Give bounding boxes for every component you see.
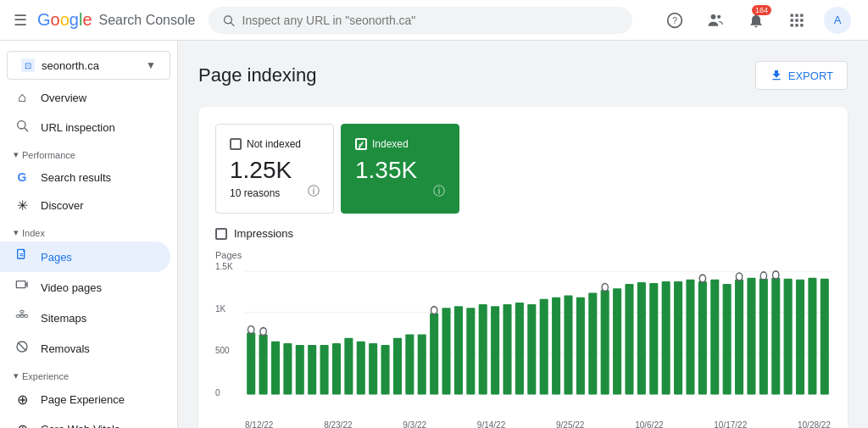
sidebar-item-core-web-vitals[interactable]: ⊕ Core Web Vitals bbox=[0, 414, 170, 428]
svg-rect-55 bbox=[503, 304, 511, 394]
svg-line-16 bbox=[25, 128, 28, 131]
svg-rect-81 bbox=[821, 279, 829, 395]
indexed-label: ✓ Indexed bbox=[355, 138, 445, 150]
sidebar-item-label: Discover bbox=[41, 199, 84, 212]
section-label: Index bbox=[22, 228, 45, 238]
svg-rect-64 bbox=[613, 288, 621, 394]
help-icon: ? bbox=[666, 12, 683, 29]
chart-svg bbox=[245, 262, 831, 414]
notifications-button[interactable]: 164 bbox=[739, 3, 773, 37]
page-title: Page indexing bbox=[198, 64, 316, 86]
chart-y-label: Pages bbox=[215, 250, 831, 260]
search-icon bbox=[222, 14, 235, 27]
svg-rect-45 bbox=[381, 345, 390, 394]
svg-rect-66 bbox=[637, 282, 646, 394]
sidebar-item-pages[interactable]: Pages bbox=[0, 242, 170, 272]
property-selector[interactable]: ⊡ seonorth.ca ▼ bbox=[7, 51, 170, 80]
sidebar-item-video-pages[interactable]: Video pages bbox=[0, 272, 170, 303]
svg-rect-52 bbox=[466, 308, 475, 394]
svg-rect-53 bbox=[479, 304, 487, 394]
discover-icon: ✳ bbox=[14, 197, 31, 214]
x-label-0: 8/12/22 bbox=[245, 420, 273, 428]
not-indexed-card[interactable]: Not indexed 1.25K 10 reasons ⓘ bbox=[215, 124, 334, 214]
layout: ⊡ seonorth.ca ▼ ⌂ Overview URL inspectio… bbox=[0, 0, 868, 428]
page-header: Page indexing EXPORT bbox=[198, 61, 848, 90]
google-logo: Google bbox=[37, 10, 92, 30]
svg-rect-70 bbox=[686, 280, 694, 395]
indexed-value: 1.35K bbox=[355, 157, 445, 184]
svg-rect-42 bbox=[344, 338, 353, 395]
svg-rect-7 bbox=[795, 14, 798, 16]
y-label-1k: 1K bbox=[215, 304, 245, 314]
sidebar-item-overview[interactable]: ⌂ Overview bbox=[0, 83, 170, 112]
index-section[interactable]: ▾ Index bbox=[0, 220, 177, 242]
sidebar-item-discover[interactable]: ✳ Discover bbox=[0, 191, 170, 220]
svg-rect-43 bbox=[357, 342, 365, 395]
property-icon: ⊡ bbox=[21, 58, 35, 72]
x-label-6: 10/17/22 bbox=[714, 420, 747, 428]
svg-rect-39 bbox=[308, 345, 316, 394]
account-button[interactable]: A bbox=[821, 3, 854, 37]
page-experience-icon: ⊕ bbox=[14, 392, 31, 408]
sidebar-item-search-results[interactable]: G Search results bbox=[0, 164, 170, 191]
x-label-5: 10/6/22 bbox=[635, 420, 663, 428]
svg-rect-9 bbox=[791, 19, 793, 21]
indexed-card[interactable]: ✓ Indexed 1.35K ⓘ bbox=[341, 124, 459, 214]
sidebar-item-page-experience[interactable]: ⊕ Page Experience bbox=[0, 385, 170, 414]
notifications-badge: 164 bbox=[752, 5, 771, 15]
section-label: Performance bbox=[22, 150, 75, 160]
apps-button[interactable] bbox=[780, 3, 814, 37]
sidebar-item-label: Overview bbox=[41, 92, 86, 104]
svg-point-4 bbox=[711, 14, 716, 19]
header-actions: ? 164 A bbox=[658, 3, 854, 37]
svg-rect-67 bbox=[649, 283, 658, 394]
svg-rect-38 bbox=[296, 345, 304, 394]
svg-text:?: ? bbox=[672, 15, 677, 25]
chevron-icon: ▾ bbox=[14, 370, 19, 381]
property-name: seonorth.ca bbox=[42, 59, 99, 72]
svg-rect-74 bbox=[735, 280, 743, 395]
x-label-3: 9/14/22 bbox=[477, 420, 505, 428]
sidebar-item-sitemaps[interactable]: Sitemaps bbox=[0, 303, 170, 333]
not-indexed-info-icon[interactable]: ⓘ bbox=[308, 184, 320, 199]
svg-rect-62 bbox=[588, 292, 597, 394]
sidebar-item-url-inspection[interactable]: URL inspection bbox=[0, 112, 170, 142]
performance-section[interactable]: ▾ Performance bbox=[0, 142, 177, 164]
not-indexed-checkbox bbox=[230, 138, 242, 150]
sidebar: ⊡ seonorth.ca ▼ ⌂ Overview URL inspectio… bbox=[0, 41, 178, 428]
svg-rect-36 bbox=[271, 342, 280, 395]
svg-rect-77 bbox=[771, 278, 780, 395]
export-button[interactable]: EXPORT bbox=[755, 61, 848, 90]
impressions-row[interactable]: Impressions bbox=[215, 227, 831, 240]
indexed-info-icon[interactable]: ⓘ bbox=[433, 184, 445, 199]
impressions-checkbox[interactable] bbox=[215, 228, 227, 240]
svg-rect-75 bbox=[747, 278, 755, 395]
property-arrow: ▼ bbox=[146, 59, 156, 71]
svg-rect-54 bbox=[491, 306, 499, 394]
home-icon: ⌂ bbox=[14, 90, 31, 105]
svg-rect-60 bbox=[564, 296, 572, 395]
x-label-2: 9/3/22 bbox=[403, 420, 426, 428]
svg-rect-40 bbox=[320, 345, 329, 394]
svg-rect-46 bbox=[393, 338, 402, 395]
svg-rect-80 bbox=[808, 278, 816, 395]
sidebar-item-label: Core Web Vitals bbox=[41, 423, 120, 428]
export-label: EXPORT bbox=[788, 69, 833, 82]
people-icon bbox=[707, 12, 724, 29]
hamburger-menu-icon[interactable]: ☰ bbox=[14, 11, 27, 30]
svg-rect-65 bbox=[625, 284, 633, 394]
x-axis-labels: 8/12/22 8/23/22 9/3/22 9/14/22 9/25/22 1… bbox=[245, 417, 831, 428]
svg-rect-10 bbox=[795, 19, 798, 21]
pages-icon bbox=[14, 248, 31, 265]
search-bar[interactable] bbox=[209, 7, 632, 34]
svg-rect-79 bbox=[796, 280, 804, 395]
sidebar-item-removals[interactable]: Removals bbox=[0, 333, 170, 364]
svg-line-29 bbox=[18, 342, 26, 351]
help-button[interactable]: ? bbox=[658, 3, 692, 37]
svg-line-1 bbox=[231, 22, 234, 25]
search-input[interactable] bbox=[242, 14, 620, 27]
svg-rect-22 bbox=[20, 310, 24, 313]
experience-section[interactable]: ▾ Experience bbox=[0, 364, 177, 385]
people-button[interactable] bbox=[698, 3, 732, 37]
x-label-1: 8/23/22 bbox=[324, 420, 352, 428]
